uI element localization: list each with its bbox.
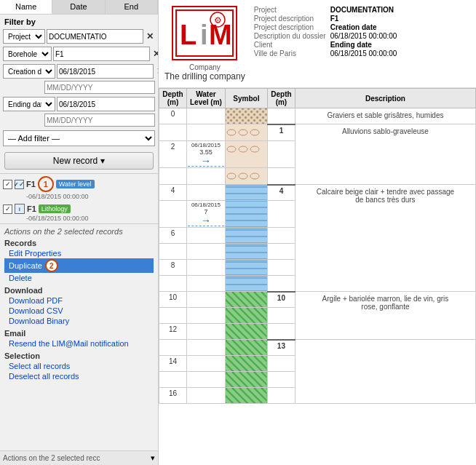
action-deselect-all[interactable]: Deselect all records: [4, 371, 154, 381]
tab-name[interactable]: Name: [0, 0, 52, 14]
new-record-button[interactable]: New record ▾: [4, 152, 154, 170]
company-name: The drilling company: [164, 71, 245, 82]
symbol-cell: [225, 185, 267, 201]
description-cell: Alluvions sablo-graveleuse: [295, 124, 475, 185]
record-icon-2: i: [15, 204, 25, 214]
new-record-arrow: ▾: [100, 156, 105, 166]
water-cell: [187, 356, 226, 372]
depth2-cell: [267, 201, 295, 228]
depth-cell: [159, 308, 187, 324]
filter-type-creation[interactable]: Creation dat: [3, 64, 55, 79]
bottom-actions-arrow[interactable]: ▾: [151, 453, 155, 463]
record-label-1: F1: [26, 180, 36, 188]
filter-tabs: Name Date End: [0, 0, 158, 15]
symbol-cell: [225, 372, 267, 388]
water-cell: 06/18/20157→: [187, 201, 226, 228]
value-proj-desc2: Creation date: [330, 23, 470, 31]
depth2-cell: [267, 228, 295, 244]
filter-value-project[interactable]: [47, 29, 143, 44]
filter-value-creation[interactable]: [57, 64, 154, 79]
chart-row: 1Alluvions sablo-graveleuse: [159, 124, 476, 141]
depth2-cell: [267, 388, 295, 404]
tab-date[interactable]: Date: [52, 0, 105, 14]
filter-type-project[interactable]: Project: [3, 29, 45, 44]
add-filter-select[interactable]: — Add filter —: [3, 130, 155, 146]
depth-cell: [159, 201, 187, 228]
symbol-cell: [225, 292, 267, 308]
filter-clear-project[interactable]: ✕: [145, 31, 155, 41]
col-symbol: Symbol: [225, 89, 267, 108]
section-email: Email: [4, 329, 154, 338]
action-download-binary[interactable]: Download Binary: [4, 316, 154, 326]
water-cell: [187, 276, 226, 292]
section-selection: Selection: [4, 351, 154, 360]
water-cell: [187, 308, 226, 324]
depth2-cell: 1: [267, 124, 295, 141]
duplicate-circle: 2: [45, 259, 58, 272]
depth2-cell: 10: [267, 292, 295, 308]
label-proj-desc2: Project description: [254, 23, 326, 31]
description-cell: Graviers et sable grisâtres, humides: [295, 108, 475, 124]
depth2-cell: [267, 276, 295, 292]
label-desc-dossier: Description du dossier: [254, 32, 326, 40]
project-header: L i M ⚙ Company The drilling company Pro…: [159, 0, 476, 88]
filter-type-ending[interactable]: Ending date: [3, 97, 55, 111]
record-circle-1: 1: [38, 176, 54, 192]
depth-cell: [159, 372, 187, 388]
filter-type-borehole[interactable]: Borehole: [3, 47, 52, 61]
col-water: WaterLevel (m): [187, 89, 226, 108]
filter-row-project: Project ✕: [0, 28, 158, 45]
actions-panel: Actions on the 2 selected records Record…: [0, 223, 158, 450]
action-resend-mail[interactable]: Resend the LIM@Mail notification: [4, 338, 154, 349]
water-cell: [187, 388, 226, 404]
label-client: Client: [254, 41, 326, 49]
depth-cell: 6: [159, 228, 187, 244]
symbol-cell: [225, 201, 267, 228]
description-cell: [295, 340, 475, 404]
depth2-cell: [267, 308, 295, 324]
depth-cell: 2: [159, 141, 187, 168]
action-download-csv[interactable]: Download CSV: [4, 306, 154, 316]
label-project: Project: [254, 6, 326, 14]
label-ville: Ville de Paris: [254, 49, 326, 57]
depth-cell: 12: [159, 324, 187, 340]
action-duplicate[interactable]: Duplicate 2: [4, 258, 154, 273]
tab-end[interactable]: End: [106, 0, 158, 14]
svg-text:⚙: ⚙: [214, 15, 222, 25]
value-ending-date: 06/18/2015 00:00:00: [330, 49, 470, 57]
action-edit-properties[interactable]: Edit Properties: [4, 248, 154, 258]
depth-cell: [159, 168, 187, 185]
record-badge-litho[interactable]: Lithology: [39, 204, 71, 213]
filter-row-borehole: Borehole ✕: [0, 45, 158, 63]
filter-placeholder-ending-input[interactable]: [44, 114, 155, 127]
add-filter-row: — Add filter —: [0, 128, 158, 148]
record-expand-1[interactable]: ✓: [15, 180, 24, 189]
filter-placeholder-ending: [0, 113, 158, 128]
chart-area[interactable]: Depth(m) WaterLevel (m) Symbol Depth(m) …: [159, 88, 476, 465]
filter-placeholder-creation-input[interactable]: [44, 81, 155, 94]
filter-value-borehole[interactable]: [53, 47, 150, 61]
record-checkbox-1[interactable]: [3, 180, 12, 189]
symbol-cell: [225, 324, 267, 340]
filter-clear-borehole[interactable]: ✕: [151, 49, 159, 59]
left-panel: Name Date End Filter by Project ✕ Boreho…: [0, 0, 159, 465]
action-download-pdf[interactable]: Download PDF: [4, 295, 154, 306]
action-delete[interactable]: Delete: [4, 273, 154, 283]
bottom-actions-text: Actions on the 2 selected recc: [3, 454, 100, 462]
filter-value-ending[interactable]: [57, 97, 155, 111]
col-depth: Depth(m): [159, 89, 187, 108]
record-checkbox-2[interactable]: [3, 204, 12, 214]
chart-row: 0Graviers et sable grisâtres, humides: [159, 108, 476, 124]
depth-cell: [159, 276, 187, 292]
value-project: DOCUMENTATION: [330, 6, 470, 14]
svg-text:L: L: [180, 20, 197, 50]
record-badge-water[interactable]: Water level: [56, 180, 95, 188]
filter-row-ending: Ending date: [0, 95, 158, 113]
water-cell: [187, 372, 226, 388]
depth2-cell: [267, 260, 295, 276]
action-select-all[interactable]: Select all records: [4, 361, 154, 371]
water-cell: [187, 244, 226, 260]
symbol-cell: [225, 141, 267, 168]
depth-cell: 14: [159, 356, 187, 372]
depth2-cell: [267, 324, 295, 340]
